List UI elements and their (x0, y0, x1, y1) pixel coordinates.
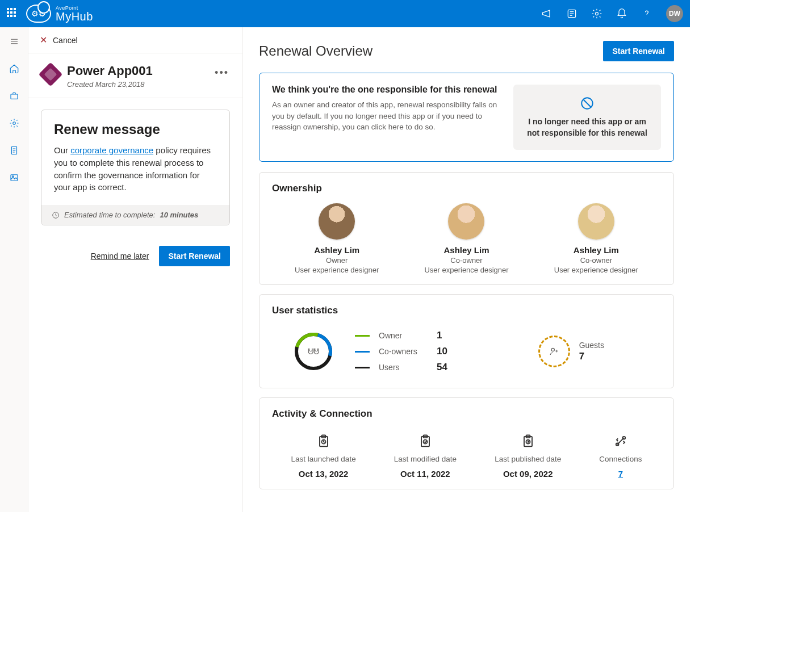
activity-title: Activity & Connection (272, 408, 661, 420)
activity-value: Oct 11, 2022 (400, 469, 450, 479)
ownership-card: Ownership Ashley Lim Owner User experien… (259, 172, 674, 285)
banner-right-text: I no longer need this app or am not resp… (524, 116, 651, 139)
image-icon[interactable] (3, 167, 25, 188)
document-icon[interactable] (3, 140, 25, 161)
top-bar: ⚙⚙ AvePoint MyHub DW (0, 0, 690, 27)
close-icon: ✕ (40, 35, 47, 45)
cloud-icon: ⚙⚙ (26, 5, 51, 23)
owner-item[interactable]: Ashley Lim Owner User experience designe… (295, 203, 379, 274)
start-renewal-button[interactable]: Start Renewal (603, 41, 674, 61)
renew-eta: Estimated time to complete: 10 minutes (41, 205, 229, 225)
app-created-date: Created March 23,2018 (67, 80, 153, 89)
activity-icon (417, 433, 433, 449)
powerapp-icon (39, 62, 62, 86)
legend-label: Users (379, 363, 428, 372)
stat-legend-row: Users 54 (355, 362, 447, 373)
owner-name: Ashley Lim (574, 245, 619, 255)
left-pane: ✕ Cancel Power App001 Created March 23,2… (28, 27, 243, 512)
owner-job-title: User experience designer (295, 266, 379, 274)
legend-value: 54 (437, 362, 447, 373)
app-header: Power App001 Created March 23,2018 ••• (28, 53, 242, 98)
start-renewal-button-left[interactable]: Start Renewal (159, 246, 230, 266)
avatar (578, 203, 614, 240)
app-title: Power App001 (67, 64, 153, 78)
owner-item[interactable]: Ashley Lim Co-owner User experience desi… (424, 203, 508, 274)
owner-role: Co-owner (580, 256, 612, 265)
activity-icon (316, 433, 332, 449)
megaphone-icon[interactable] (541, 8, 553, 19)
settings-gear-icon[interactable] (591, 8, 602, 19)
legend-color-bar (355, 367, 370, 368)
renew-message-card: Renew message Our corporate governance p… (41, 110, 230, 225)
page-title: Renewal Overview (259, 43, 372, 59)
legend-value: 10 (437, 346, 447, 357)
clock-icon (52, 211, 60, 219)
owner-job-title: User experience designer (554, 266, 638, 274)
banner-text: As an owner and creator of this app, ren… (272, 99, 503, 133)
stats-donut-chart: ᕰᕰ (295, 333, 332, 370)
brand-name: MyHub (56, 11, 93, 22)
stat-legend-row: Owner 1 (355, 330, 447, 341)
user-statistics-card: User statistics ᕰᕰ Owner 1 Co-owners 10 … (259, 294, 674, 388)
apps-icon[interactable] (566, 8, 577, 19)
owner-name: Ashley Lim (443, 245, 489, 255)
guests-label: Guests (579, 341, 604, 350)
owner-role: Owner (326, 256, 348, 265)
activity-value: Oct 13, 2022 (299, 469, 349, 479)
remind-later-link[interactable]: Remind me later (91, 252, 149, 261)
app-launcher-icon[interactable] (7, 8, 18, 19)
banner-title: We think you're the one responsible for … (272, 85, 503, 95)
renew-text: Our corporate governance policy requires… (54, 144, 217, 194)
svg-point-9 (551, 349, 554, 351)
main-pane: Renewal Overview Start Renewal We think … (243, 27, 690, 512)
activity-label: Connections (599, 455, 642, 463)
hamburger-icon[interactable] (3, 31, 25, 52)
activity-card: Activity & Connection Last launched date… (259, 397, 674, 489)
brand-logo[interactable]: ⚙⚙ AvePoint MyHub (26, 5, 93, 23)
bell-icon[interactable] (616, 8, 627, 19)
activity-value-link[interactable]: 7 (618, 469, 623, 479)
svg-point-6 (12, 176, 13, 177)
svg-point-3 (12, 122, 15, 125)
cancel-button[interactable]: ✕ Cancel (28, 27, 242, 53)
gear-icon[interactable] (3, 112, 25, 134)
activity-label: Last modified date (394, 455, 457, 463)
more-actions-icon[interactable]: ••• (215, 64, 229, 89)
corporate-governance-link[interactable]: corporate governance (70, 145, 153, 155)
legend-color-bar (355, 335, 370, 337)
avatar (448, 203, 484, 240)
legend-label: Owner (379, 331, 428, 340)
guests-value: 7 (579, 351, 604, 362)
activity-item: Connections 7 (599, 433, 642, 479)
svg-rect-5 (11, 175, 18, 181)
briefcase-icon[interactable] (3, 85, 25, 107)
svg-point-1 (596, 12, 598, 15)
responsibility-banner: We think you're the one responsible for … (259, 73, 674, 162)
activity-item: Last published date Oct 09, 2022 (495, 433, 561, 479)
owner-job-title: User experience designer (424, 266, 508, 274)
renew-title: Renew message (54, 121, 217, 137)
activity-item: Last modified date Oct 11, 2022 (394, 433, 457, 479)
legend-value: 1 (437, 330, 442, 341)
legend-label: Co-owners (379, 347, 428, 356)
ownership-title: Ownership (272, 183, 661, 194)
cancel-label: Cancel (53, 36, 78, 45)
user-avatar[interactable]: DW (666, 5, 683, 22)
nav-rail (0, 27, 28, 512)
help-icon[interactable] (641, 8, 652, 19)
activity-item: Last launched date Oct 13, 2022 (291, 433, 356, 479)
svg-rect-2 (11, 94, 18, 99)
activity-label: Last launched date (291, 455, 356, 463)
activity-icon (520, 433, 536, 449)
avatar (319, 203, 355, 240)
no-longer-need-button[interactable]: I no longer need this app or am not resp… (513, 85, 661, 150)
owner-item[interactable]: Ashley Lim Co-owner User experience desi… (554, 203, 638, 274)
owner-role: Co-owner (450, 256, 482, 265)
activity-label: Last published date (495, 455, 561, 463)
home-icon[interactable] (3, 58, 25, 79)
stat-legend-row: Co-owners 10 (355, 346, 447, 357)
people-icon: ᕰᕰ (308, 347, 319, 357)
activity-icon (613, 433, 629, 449)
guests-ring-chart (538, 336, 570, 367)
guest-icon (549, 346, 559, 357)
